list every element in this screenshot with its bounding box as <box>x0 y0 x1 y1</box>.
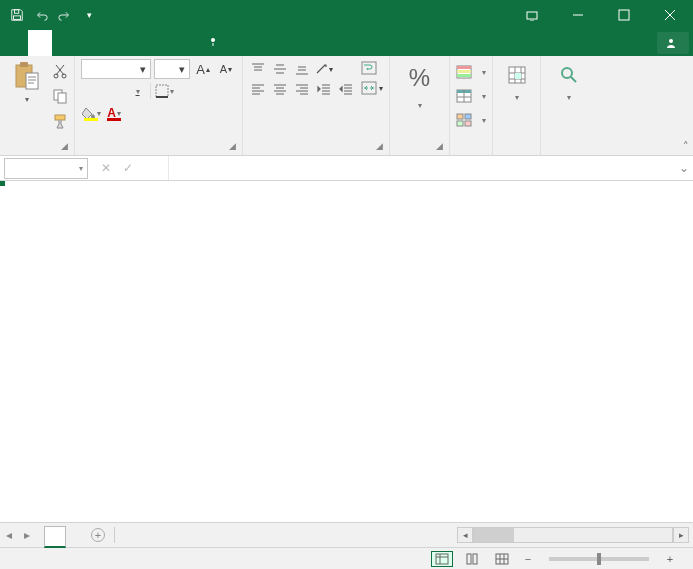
page-layout-view-icon[interactable] <box>461 551 483 567</box>
font-size-selector[interactable]: ▾ <box>154 59 190 79</box>
sheet-tab-active[interactable] <box>44 526 66 548</box>
cancel-formula-icon[interactable]: ✕ <box>96 158 116 178</box>
underline-button[interactable]: ▾ <box>127 81 147 101</box>
sheet-nav-next-icon[interactable]: ▸ <box>18 528 36 542</box>
svg-rect-24 <box>465 114 471 119</box>
increase-font-icon[interactable]: A▴ <box>193 59 213 79</box>
align-top-icon[interactable] <box>249 61 267 77</box>
fill-color-button[interactable]: ▾ <box>81 103 101 123</box>
decrease-indent-icon[interactable] <box>315 81 333 97</box>
minimize-button[interactable] <box>555 0 601 30</box>
svg-rect-25 <box>457 121 463 126</box>
number-launcher-icon[interactable]: ◢ <box>436 141 443 151</box>
bold-button[interactable] <box>81 81 101 101</box>
horizontal-scrollbar[interactable]: ◂ ▸ <box>119 527 693 543</box>
title-bar: ▾ <box>0 0 693 30</box>
italic-button[interactable] <box>104 81 124 101</box>
editing-icon[interactable] <box>559 65 579 85</box>
tell-me-search[interactable] <box>196 30 236 56</box>
merge-center-button[interactable]: ▾ <box>361 81 383 95</box>
svg-rect-28 <box>515 73 521 79</box>
ribbon-display-options-icon[interactable] <box>509 0 555 30</box>
close-button[interactable] <box>647 0 693 30</box>
sign-in-button[interactable] <box>633 30 657 56</box>
format-painter-icon[interactable] <box>52 113 68 132</box>
svg-rect-15 <box>362 62 376 74</box>
font-launcher-icon[interactable]: ◢ <box>229 141 236 151</box>
collapse-ribbon-icon[interactable]: ˄ <box>683 140 689 153</box>
svg-rect-31 <box>467 554 471 564</box>
align-left-icon[interactable] <box>249 81 267 97</box>
svg-rect-14 <box>156 85 168 97</box>
spreadsheet-grid[interactable] <box>0 181 693 522</box>
zoom-out-button[interactable]: − <box>521 553 535 565</box>
font-name-selector[interactable]: ▾ <box>81 59 151 79</box>
redo-icon[interactable] <box>54 4 76 26</box>
percent-icon[interactable]: % <box>409 63 430 93</box>
decrease-font-icon[interactable]: A▾ <box>216 59 236 79</box>
svg-rect-8 <box>26 73 38 89</box>
zoom-slider[interactable] <box>549 557 649 561</box>
insert-function-icon[interactable] <box>140 158 160 178</box>
page-break-view-icon[interactable] <box>491 551 513 567</box>
status-bar: − + <box>0 547 693 569</box>
zoom-in-button[interactable]: + <box>663 553 677 565</box>
tab-home[interactable] <box>28 30 52 56</box>
cut-icon[interactable] <box>52 63 68 82</box>
new-sheet-button[interactable]: + <box>86 523 110 547</box>
align-right-icon[interactable] <box>293 81 311 97</box>
increase-indent-icon[interactable] <box>337 81 355 97</box>
tab-page-layout[interactable] <box>76 30 100 56</box>
scroll-right-icon[interactable]: ▸ <box>673 527 689 543</box>
normal-view-icon[interactable] <box>431 551 453 567</box>
group-cells: ▾ <box>493 56 541 155</box>
maximize-button[interactable] <box>601 0 647 30</box>
wrap-text-button[interactable] <box>361 61 383 75</box>
alignment-launcher-icon[interactable]: ◢ <box>376 141 383 151</box>
svg-rect-13 <box>55 115 65 120</box>
enter-formula-icon[interactable]: ✓ <box>118 158 138 178</box>
align-center-icon[interactable] <box>271 81 289 97</box>
sheet-tab-bar: ◂ ▸ + ◂ ▸ <box>0 522 693 547</box>
svg-point-29 <box>562 68 572 78</box>
tab-review[interactable] <box>148 30 172 56</box>
tab-insert[interactable] <box>52 30 76 56</box>
formula-input[interactable] <box>169 158 675 179</box>
group-editing: ▾ <box>541 56 597 155</box>
scroll-left-icon[interactable]: ◂ <box>457 527 473 543</box>
border-button[interactable]: ▾ <box>154 81 174 101</box>
tab-formulas[interactable] <box>100 30 124 56</box>
window-controls <box>555 0 693 30</box>
orientation-icon[interactable]: ▾ <box>315 61 333 77</box>
tab-file[interactable] <box>0 30 28 56</box>
tab-view[interactable] <box>172 30 196 56</box>
svg-rect-20 <box>457 74 471 77</box>
expand-formula-bar-icon[interactable]: ⌄ <box>675 161 693 175</box>
name-box[interactable]: ▾ <box>4 158 88 179</box>
group-cells-label <box>499 152 534 155</box>
svg-rect-12 <box>58 93 66 103</box>
conditional-formatting-button[interactable]: ▾ <box>456 61 486 83</box>
group-number: % ▾ ◢ <box>390 56 450 155</box>
align-bottom-icon[interactable] <box>293 61 311 77</box>
svg-rect-30 <box>436 554 448 564</box>
undo-icon[interactable] <box>30 4 52 26</box>
align-middle-icon[interactable] <box>271 61 289 77</box>
group-clipboard: ▾ ◢ <box>0 56 75 155</box>
font-color-button[interactable]: A▾ <box>104 103 124 123</box>
share-button[interactable] <box>657 32 689 54</box>
paste-button[interactable]: ▾ <box>6 59 48 104</box>
cells-icon[interactable] <box>507 65 527 85</box>
save-icon[interactable] <box>6 4 28 26</box>
svg-rect-1 <box>14 16 21 20</box>
qat-customize-icon[interactable]: ▾ <box>78 4 100 26</box>
cell-styles-button[interactable]: ▾ <box>456 109 486 131</box>
clipboard-launcher-icon[interactable]: ◢ <box>61 141 68 151</box>
svg-rect-26 <box>465 121 471 126</box>
copy-icon[interactable] <box>52 88 68 107</box>
svg-rect-3 <box>619 10 629 20</box>
sheet-nav-prev-icon[interactable]: ◂ <box>0 528 18 542</box>
ribbon: ▾ ◢ ▾ ▾ A▴ A▾ ▾ ▾ <box>0 56 693 156</box>
tab-data[interactable] <box>124 30 148 56</box>
format-as-table-button[interactable]: ▾ <box>456 85 486 107</box>
